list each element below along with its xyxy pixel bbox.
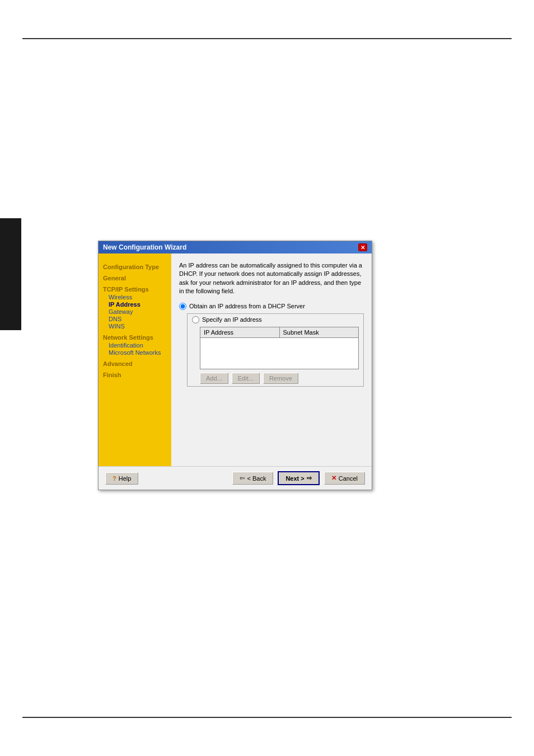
back-label: < Back: [247, 475, 266, 482]
footer-right-buttons: ⇦ < Back Next > ⇨ ✕ Cancel: [232, 471, 365, 485]
cancel-label: Cancel: [339, 475, 358, 482]
remove-button[interactable]: Remove: [263, 373, 298, 384]
configuration-wizard-dialog: New Configuration Wizard ✕ Configuration…: [98, 241, 372, 490]
ip-table-header: IP Address Subnet Mask: [200, 327, 358, 338]
dialog-titlebar: New Configuration Wizard ✕: [99, 241, 372, 253]
nav-finish[interactable]: Finish: [103, 372, 167, 378]
cancel-button[interactable]: ✕ Cancel: [324, 472, 365, 485]
radio-specify[interactable]: [192, 316, 199, 323]
ip-buttons-row: Add... Edit... Remove: [200, 373, 359, 384]
radio-dhcp-label: Obtain an IP address from a DHCP Server: [189, 303, 305, 309]
nav-item-gateway[interactable]: Gateway: [103, 308, 167, 315]
dialog-title: New Configuration Wizard: [103, 243, 186, 251]
radio-specify-label: Specify an IP address: [202, 316, 262, 323]
left-sidebar-strip: [0, 218, 21, 330]
help-button[interactable]: ? Help: [105, 472, 138, 485]
bottom-rule: [22, 717, 512, 718]
radio-specify-row: Specify an IP address: [192, 316, 359, 323]
ip-table-col-subnet: Subnet Mask: [280, 327, 359, 337]
nav-item-wins[interactable]: WINS: [103, 323, 167, 330]
nav-item-wireless[interactable]: Wireless: [103, 294, 167, 300]
add-button[interactable]: Add...: [200, 373, 228, 384]
dialog-footer: ? Help ⇦ < Back Next > ⇨ ✕ Cancel: [99, 466, 372, 490]
radio-dhcp-row: Obtain an IP address from a DHCP Server: [179, 303, 364, 310]
nav-network-settings[interactable]: Network Settings: [103, 334, 167, 341]
next-label: Next >: [285, 475, 304, 482]
nav-item-ip-address[interactable]: IP Address: [103, 301, 167, 308]
ip-table-body: [200, 338, 358, 369]
ip-address-table: IP Address Subnet Mask: [200, 327, 359, 369]
next-button[interactable]: Next > ⇨: [278, 471, 319, 485]
top-rule: [22, 38, 512, 39]
nav-item-microsoft-networks[interactable]: Microsoft Networks: [103, 349, 167, 356]
dialog-content: An IP address can be automatically assig…: [171, 253, 372, 466]
back-arrow-icon: ⇦: [240, 475, 245, 482]
help-label: Help: [119, 475, 132, 482]
ip-table-col-ip: IP Address: [200, 327, 280, 337]
edit-button[interactable]: Edit...: [232, 373, 260, 384]
nav-configuration-type[interactable]: Configuration Type: [103, 264, 167, 270]
radio-dhcp[interactable]: [179, 303, 186, 310]
specify-area: Specify an IP address IP Address Subnet …: [187, 313, 364, 387]
description-text: An IP address can be automatically assig…: [179, 261, 364, 296]
close-button[interactable]: ✕: [358, 243, 367, 251]
dialog-nav: Configuration Type General TCP/IP Settin…: [99, 253, 171, 466]
nav-advanced[interactable]: Advanced: [103, 360, 167, 367]
nav-item-dns[interactable]: DNS: [103, 316, 167, 322]
back-button[interactable]: ⇦ < Back: [232, 472, 273, 485]
nav-item-identification[interactable]: Identification: [103, 342, 167, 349]
nav-tcpip-settings[interactable]: TCP/IP Settings: [103, 286, 167, 293]
next-arrow-icon: ⇨: [307, 475, 312, 482]
help-icon: ?: [113, 475, 116, 482]
nav-general[interactable]: General: [103, 275, 167, 281]
cancel-icon: ✕: [331, 475, 336, 482]
dialog-body: Configuration Type General TCP/IP Settin…: [99, 253, 372, 466]
